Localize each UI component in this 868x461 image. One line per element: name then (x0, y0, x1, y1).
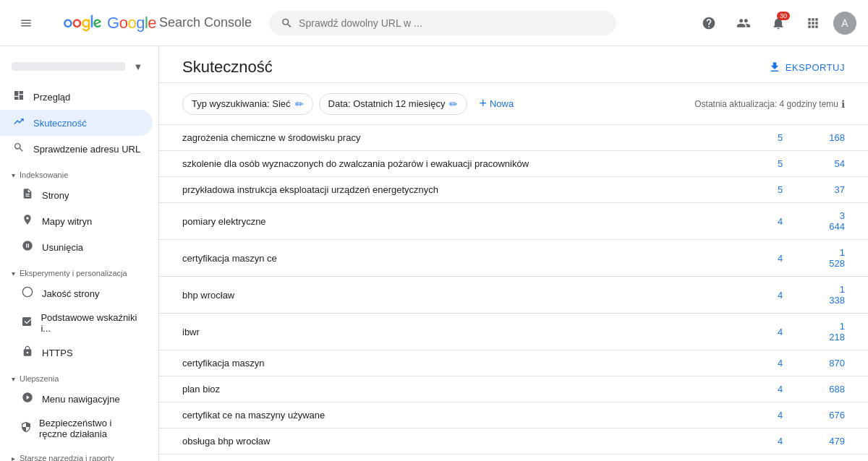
sidebar: ▼ Przegląd Skuteczność Sprawdzenie adres… (0, 46, 159, 461)
new-filter-button[interactable]: + Nowa (473, 92, 519, 116)
notifications-button[interactable]: 30 (764, 9, 793, 38)
filter-type-edit-icon: ✏ (295, 98, 304, 110)
keyword-cell: zagrożenia chemiczne w środowisku pracy (159, 125, 748, 151)
sidebar-item-nav-menu[interactable]: Menu nawigacyjne (0, 386, 153, 412)
security-icon (20, 421, 32, 436)
sidebar-item-performance-label: Skuteczność (33, 118, 87, 129)
table-row: obsługa bhp wrocław 4 479 (159, 428, 868, 454)
sidebar-item-performance[interactable]: Skuteczność (0, 110, 153, 136)
plus-icon: + (479, 96, 487, 111)
section-indexing[interactable]: ▾ Indeksowanie (0, 162, 158, 182)
page-header: Skuteczność EKSPORTUJ (159, 46, 868, 83)
export-icon (768, 61, 781, 74)
clicks-cell: 4 (748, 314, 806, 350)
filter-bar: Typ wyszukiwania: Sieć ✏ Data: Ostatnich… (159, 83, 868, 125)
impressions-cell: 688 (806, 376, 868, 402)
keyword-cell: bhp wrocław (159, 277, 748, 314)
avatar[interactable]: A (833, 12, 856, 35)
impressions-cell: 331 (806, 454, 868, 462)
table-row: szkolenie dla osób wyznaczonych do zwalc… (159, 151, 868, 177)
svg-point-0 (22, 287, 32, 296)
keyword-cell: szkolenie dla osób wyznaczonych do zwalc… (159, 151, 748, 177)
property-selector: ▼ (0, 52, 158, 84)
keyword-cell: certyfikacja maszyn (159, 350, 748, 376)
users-button[interactable] (729, 9, 758, 38)
impressions-cell: 676 (806, 402, 868, 428)
table-row: certyfikacja maszyn 4 870 (159, 350, 868, 376)
filter-type-chip[interactable]: Typ wyszukiwania: Sieć ✏ (182, 93, 313, 115)
table-row: nadzór bhp na budowie 4 331 (159, 454, 868, 462)
impressions-cell: 168 (806, 125, 868, 151)
impressions-cell: 3 644 (806, 203, 868, 240)
overview-icon (12, 90, 26, 104)
sidebar-item-overview[interactable]: Przegląd (0, 84, 153, 110)
filter-date-edit-icon: ✏ (449, 98, 458, 110)
impressions-cell: 479 (806, 428, 868, 454)
keyword-cell: plan bioz (159, 376, 748, 402)
clicks-cell: 4 (748, 277, 806, 314)
notification-count: 30 (777, 12, 790, 20)
impressions-cell: 870 (806, 350, 868, 376)
table-row: ibwr 4 1 218 (159, 314, 868, 350)
filter-date-chip[interactable]: Data: Ostatnich 12 miesięcy ✏ (319, 93, 468, 115)
impressions-cell: 1 528 (806, 240, 868, 277)
sitemaps-icon (20, 214, 35, 228)
sidebar-item-removals[interactable]: Usunięcia (0, 234, 153, 260)
export-button[interactable]: EKSPORTUJ (768, 61, 845, 74)
clicks-cell: 4 (748, 376, 806, 402)
keyword-cell: przykładowa instrukcja eksploatacji urzą… (159, 177, 748, 203)
impressions-cell: 1 338 (806, 277, 868, 314)
apps-icon (806, 16, 820, 30)
main-content: Skuteczność EKSPORTUJ Typ wyszukiwania: … (159, 46, 868, 461)
help-icon (702, 16, 716, 30)
search-input[interactable] (299, 17, 605, 29)
section-legacy[interactable]: ▸ Starsze narzędzia i raporty (0, 445, 158, 461)
sidebar-item-https[interactable]: HTTPS (0, 340, 153, 366)
impressions-cell: 1 218 (806, 314, 868, 350)
apps-button[interactable] (799, 9, 827, 38)
search-icon (281, 17, 293, 30)
clicks-cell: 4 (748, 454, 806, 462)
main-layout: ▼ Przegląd Skuteczność Sprawdzenie adres… (0, 46, 868, 461)
sidebar-item-url-inspection[interactable]: Sprawdzenie adresu URL (0, 136, 153, 162)
sidebar-item-sitemaps[interactable]: Mapy witryn (0, 208, 153, 234)
table-row: certyfikat ce na maszyny używane 4 676 (159, 402, 868, 428)
menu-button[interactable] (12, 9, 41, 38)
core-web-vitals-icon (20, 316, 33, 330)
table-row: plan bioz 4 688 (159, 376, 868, 402)
top-header: Google Search Console 30 (0, 0, 868, 46)
keyword-cell: ibwr (159, 314, 748, 350)
users-icon (736, 16, 751, 30)
impressions-cell: 54 (806, 151, 868, 177)
clicks-cell: 5 (748, 177, 806, 203)
page-quality-icon (20, 286, 35, 301)
filter-type-label: Typ wyszukiwania: Sieć (192, 98, 291, 109)
help-button[interactable] (694, 9, 723, 38)
keyword-cell: certyfikat ce na maszyny używane (159, 402, 748, 428)
https-icon (20, 345, 35, 360)
table-row: bhp wrocław 4 1 338 (159, 277, 868, 314)
filter-date-label: Data: Ostatnich 12 miesięcy (328, 98, 446, 109)
table-row: przykładowa instrukcja eksploatacji urzą… (159, 177, 868, 203)
sidebar-item-pages[interactable]: Strony (0, 182, 153, 208)
sidebar-item-security[interactable]: Bezpieczeństwo i ręczne działania (0, 412, 153, 445)
app-title: Search Console (159, 15, 252, 30)
removals-icon (20, 240, 35, 254)
new-filter-label: Nowa (490, 98, 514, 109)
property-dropdown[interactable]: ▼ (129, 58, 147, 75)
clicks-cell: 4 (748, 203, 806, 240)
property-box[interactable] (12, 62, 125, 71)
pages-icon (20, 188, 35, 202)
data-table: zagrożenia chemiczne w środowisku pracy … (159, 125, 868, 461)
clicks-cell: 5 (748, 125, 806, 151)
clicks-cell: 4 (748, 402, 806, 428)
section-improvements[interactable]: ▾ Ulepszenia (0, 366, 158, 386)
update-info-text: Ostatnia aktualizacja: 4 godziny temu (694, 99, 838, 109)
table-row: certyfikacja maszyn ce 4 1 528 (159, 240, 868, 277)
sidebar-item-core-web-vitals[interactable]: Podstawowe wskaźniki i... (0, 306, 153, 340)
sidebar-item-page-quality[interactable]: Jakość strony (0, 280, 153, 306)
keyword-cell: pomiary elektryczne (159, 203, 748, 240)
section-experiments[interactable]: ▾ Eksperymenty i personalizacja (0, 260, 158, 280)
clicks-cell: 5 (748, 151, 806, 177)
performance-icon (12, 116, 26, 130)
